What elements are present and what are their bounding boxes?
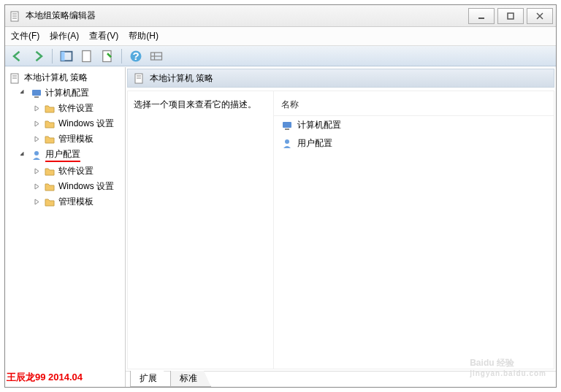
tab-extended[interactable]: 扩展 <box>130 371 171 387</box>
tree-label: Windows 设置 <box>58 118 114 130</box>
computer-icon <box>31 88 42 99</box>
tree-pane: 本地计算机 策略 计算机配置 软件设置 Windows 设置 管理模板 <box>5 67 126 387</box>
menu-help[interactable]: 帮助(H) <box>129 30 159 42</box>
filter-button[interactable] <box>148 48 164 64</box>
svg-rect-27 <box>285 128 289 130</box>
menubar: 文件(F) 操作(A) 查看(V) 帮助(H) <box>5 27 556 46</box>
expander-collapse-icon[interactable] <box>20 151 28 159</box>
tree-label: Windows 设置 <box>58 180 114 193</box>
svg-rect-10 <box>83 50 91 61</box>
folder-icon <box>44 196 56 208</box>
tree-admin-templates-2[interactable]: 管理模板 <box>7 194 123 210</box>
svg-rect-20 <box>32 90 41 96</box>
user-icon <box>31 150 42 161</box>
detail-header-title: 本地计算机 策略 <box>150 72 213 85</box>
tree-windows-settings[interactable]: Windows 设置 <box>7 116 123 131</box>
tree-user-config[interactable]: 用户配置 <box>7 147 123 164</box>
svg-rect-9 <box>61 51 65 61</box>
expander-expand-icon[interactable] <box>33 167 41 175</box>
detail-list: 名称 计算机配置 用户配置 <box>274 91 554 369</box>
detail-description: 选择一个项目来查看它的描述。 <box>128 91 274 369</box>
tree-label: 软件设置 <box>58 102 94 115</box>
tree-root-label: 本地计算机 策略 <box>24 72 88 84</box>
detail-header: 本地计算机 策略 <box>127 69 554 88</box>
tree-computer-config[interactable]: 计算机配置 <box>7 85 123 101</box>
back-button[interactable] <box>9 48 26 64</box>
tree-software-settings[interactable]: 软件设置 <box>7 101 123 116</box>
expander-expand-icon[interactable] <box>33 198 41 206</box>
list-item-label: 计算机配置 <box>297 119 341 131</box>
author-watermark: 王辰龙99 2014.04 <box>7 371 83 384</box>
svg-text:?: ? <box>132 50 139 62</box>
expander-expand-icon[interactable] <box>33 120 41 128</box>
content-area: 本地计算机 策略 计算机配置 软件设置 Windows 设置 管理模板 <box>5 66 556 387</box>
titlebar: 本地组策略编辑器 <box>5 5 556 27</box>
window-title: 本地组策略编辑器 <box>26 9 110 22</box>
maximize-button[interactable] <box>497 8 524 24</box>
list-item[interactable]: 计算机配置 <box>274 116 554 134</box>
app-window: 本地组策略编辑器 文件(F) 操作(A) 查看(V) 帮助(H) ? 本地计算机… <box>4 4 557 388</box>
list-item-label: 用户配置 <box>297 137 332 150</box>
tree-root[interactable]: 本地计算机 策略 <box>7 70 123 85</box>
detail-tabs: 扩展 标准 <box>126 371 556 387</box>
forward-button[interactable] <box>30 48 46 64</box>
list-item[interactable]: 用户配置 <box>274 134 554 153</box>
computer-icon <box>281 120 293 131</box>
tree-label: 管理模板 <box>58 196 94 208</box>
folder-icon <box>44 118 56 130</box>
expander-collapse-icon[interactable] <box>20 89 28 97</box>
folder-icon <box>44 181 56 193</box>
menu-action[interactable]: 操作(A) <box>50 30 79 42</box>
detail-pane: 本地计算机 策略 选择一个项目来查看它的描述。 名称 计算机配置 用户配置 <box>126 67 556 387</box>
policy-icon <box>134 72 145 84</box>
svg-rect-5 <box>508 13 514 19</box>
menu-file[interactable]: 文件(F) <box>11 30 39 42</box>
show-hide-tree-button[interactable] <box>58 48 75 64</box>
svg-rect-21 <box>34 96 39 98</box>
minimize-button[interactable] <box>468 8 495 24</box>
user-icon <box>281 138 293 150</box>
folder-icon <box>44 103 56 115</box>
tab-standard[interactable]: 标准 <box>170 371 211 387</box>
export-button[interactable] <box>99 48 115 64</box>
toolbar: ? <box>5 46 556 66</box>
menu-view[interactable]: 查看(V) <box>89 30 118 42</box>
svg-rect-26 <box>283 122 291 128</box>
tree-windows-settings-2[interactable]: Windows 设置 <box>7 179 123 194</box>
expander-expand-icon[interactable] <box>33 135 41 143</box>
help-button[interactable]: ? <box>128 48 144 64</box>
toolbar-separator <box>52 49 53 64</box>
folder-icon <box>44 134 56 145</box>
toolbar-separator <box>121 49 122 64</box>
tree-admin-templates[interactable]: 管理模板 <box>7 131 123 147</box>
detail-body: 选择一个项目来查看它的描述。 名称 计算机配置 用户配置 <box>127 91 554 369</box>
tree-software-settings-2[interactable]: 软件设置 <box>7 164 123 179</box>
close-button[interactable] <box>527 8 553 24</box>
expander-expand-icon[interactable] <box>33 104 41 112</box>
column-header-name[interactable]: 名称 <box>274 94 554 116</box>
folder-icon <box>44 166 56 177</box>
tree-label: 管理模板 <box>58 133 94 145</box>
app-icon <box>9 10 21 22</box>
svg-point-28 <box>285 139 289 144</box>
tree-label: 软件设置 <box>58 165 94 177</box>
expander-expand-icon[interactable] <box>33 182 41 191</box>
svg-point-22 <box>34 151 39 155</box>
tree-label: 用户配置 <box>45 148 80 162</box>
properties-button[interactable] <box>79 48 95 64</box>
tree-label: 计算机配置 <box>45 87 89 99</box>
policy-icon <box>9 72 21 84</box>
